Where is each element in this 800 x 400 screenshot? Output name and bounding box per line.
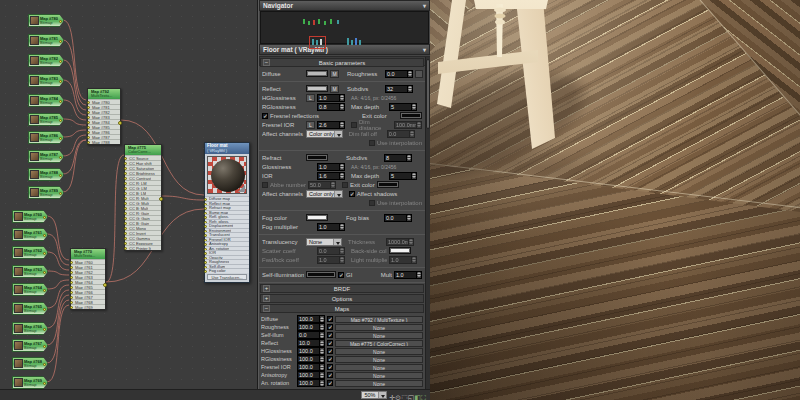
output-socket[interactable] bbox=[43, 271, 46, 274]
map-amount-spinner[interactable]: 100.0 bbox=[297, 371, 325, 379]
refract-exit-color-checkbox[interactable] bbox=[342, 182, 348, 188]
output-socket[interactable] bbox=[59, 137, 62, 140]
dropdown-arrow-icon[interactable]: ▾ bbox=[423, 46, 426, 53]
reflect-use-interpolation-checkbox[interactable] bbox=[369, 140, 375, 146]
bitmap-node[interactable]: Map #767Bitmap bbox=[12, 339, 48, 352]
map-amount-spinner[interactable]: 100.0 bbox=[297, 315, 325, 323]
selfillum-mult-spinner[interactable]: 1.0 bbox=[394, 271, 422, 279]
output-socket[interactable] bbox=[43, 216, 46, 219]
scatter-coeff-spinner[interactable]: 0.0 bbox=[317, 247, 345, 255]
hglossiness-lock-button[interactable]: L bbox=[306, 94, 315, 102]
output-socket[interactable] bbox=[103, 283, 107, 287]
bitmap-node[interactable]: Map #768Bitmap bbox=[12, 357, 48, 370]
map-slot-button[interactable]: None bbox=[335, 332, 423, 339]
selfillum-gi-checkbox[interactable]: ✓ bbox=[338, 272, 344, 278]
map-hub-node[interactable]: Map #792 MultiTextu... Map #780Map #781M… bbox=[87, 88, 121, 145]
bitmap-node[interactable]: Map #760Bitmap bbox=[12, 210, 48, 223]
map-hub-node[interactable]: Map #775 ColorCorre... CC SourceCC Hue s… bbox=[124, 144, 162, 251]
navigator-titlebar[interactable]: Navigator ▾ bbox=[259, 0, 430, 11]
rglossiness-spinner[interactable]: 0.8 bbox=[317, 103, 345, 111]
fog-multiplier-spinner[interactable]: 1.0 bbox=[317, 223, 345, 231]
output-socket[interactable] bbox=[59, 192, 62, 195]
bitmap-node[interactable]: Map #783Bitmap bbox=[28, 74, 64, 87]
map-amount-spinner[interactable]: 100.0 bbox=[297, 363, 325, 371]
map-enable-checkbox[interactable]: ✓ bbox=[327, 372, 333, 378]
roughness-spinner[interactable]: 0.0 bbox=[385, 70, 413, 78]
node-graph-canvas[interactable]: Map #780Bitmap Map #781Bitmap Map #782Bi… bbox=[0, 0, 258, 400]
light-multiplier-spinner[interactable]: 1.0 bbox=[389, 256, 417, 264]
map-enable-checkbox[interactable]: ✓ bbox=[327, 324, 333, 330]
map-slot-button[interactable]: None bbox=[335, 324, 423, 331]
bitmap-node[interactable]: Map #781Bitmap bbox=[28, 34, 64, 47]
dim-falloff-spinner[interactable]: 0.0 bbox=[387, 130, 415, 138]
node-input-row[interactable]: CC Printer lt bbox=[125, 245, 161, 250]
output-socket[interactable] bbox=[43, 234, 46, 237]
fwdbck-coeff-spinner[interactable]: 1.0 bbox=[317, 256, 345, 264]
output-socket[interactable] bbox=[59, 60, 62, 63]
output-socket[interactable] bbox=[43, 345, 46, 348]
affect-channels-dropdown[interactable]: Color only bbox=[306, 130, 343, 138]
dim-distance-checkbox[interactable] bbox=[351, 122, 357, 128]
hub-node-header[interactable]: Map #792 MultiTextu... bbox=[88, 89, 120, 99]
collapse-icon[interactable]: − bbox=[263, 305, 270, 312]
map-enable-checkbox[interactable]: ✓ bbox=[327, 380, 333, 386]
expand-icon[interactable]: + bbox=[263, 285, 270, 292]
output-socket[interactable] bbox=[43, 363, 46, 366]
output-socket[interactable] bbox=[59, 119, 62, 122]
fresnel-ior-spinner[interactable]: 2.6 bbox=[317, 121, 345, 129]
input-socket[interactable] bbox=[87, 141, 90, 144]
node-input-row[interactable]: Map #788 bbox=[88, 139, 120, 144]
hub-node-header[interactable]: Map #775 ColorCorre... bbox=[125, 145, 161, 155]
abbe-number-checkbox[interactable] bbox=[262, 182, 268, 188]
bitmap-node[interactable]: Map #788Bitmap bbox=[28, 168, 64, 181]
expand-icon[interactable]: + bbox=[263, 295, 270, 302]
refract-use-interpolation-checkbox[interactable] bbox=[369, 200, 375, 206]
map-enable-checkbox[interactable]: ✓ bbox=[327, 364, 333, 370]
refract-glossiness-spinner[interactable]: 1.0 bbox=[317, 163, 345, 171]
map-hub-node[interactable]: Map #770 MultiTextu... Map #760Map #761M… bbox=[70, 248, 106, 310]
rollout-basic-parameters[interactable]: − Basic parameters bbox=[260, 58, 424, 67]
bitmap-node[interactable]: Map #780Bitmap bbox=[28, 14, 64, 27]
refract-affect-channels-dropdown[interactable]: Color only bbox=[306, 190, 343, 198]
output-socket[interactable] bbox=[43, 382, 46, 385]
map-slot-button[interactable]: None bbox=[335, 364, 423, 371]
output-socket[interactable] bbox=[118, 121, 122, 125]
abbe-number-spinner[interactable]: 50.0 bbox=[308, 181, 336, 189]
map-amount-spinner[interactable]: 100.0 bbox=[297, 355, 325, 363]
fresnel-ior-lock-button[interactable]: L bbox=[306, 121, 315, 129]
output-socket[interactable] bbox=[43, 308, 46, 311]
roughness-extra-button[interactable] bbox=[415, 70, 423, 78]
collapse-icon[interactable]: − bbox=[263, 59, 270, 66]
map-enable-checkbox[interactable]: ✓ bbox=[327, 316, 333, 322]
navigator-minimap[interactable] bbox=[260, 11, 429, 44]
dropdown-arrow-icon[interactable]: ▾ bbox=[423, 2, 426, 9]
selfillum-color-swatch[interactable] bbox=[306, 271, 336, 278]
bitmap-node[interactable]: Map #787Bitmap bbox=[28, 150, 64, 163]
reflect-color-swatch[interactable] bbox=[306, 85, 328, 92]
rollout-maps[interactable]: − Maps bbox=[260, 304, 424, 313]
bitmap-node[interactable]: Map #764Bitmap bbox=[12, 283, 48, 296]
statusbar-icon[interactable]: ⬚ bbox=[401, 394, 408, 400]
rollout-options[interactable]: + Options bbox=[260, 294, 424, 303]
fog-color-swatch[interactable] bbox=[306, 214, 328, 221]
map-slot-button[interactable]: Map #775 ( ColorCorrect ) bbox=[335, 340, 423, 347]
bitmap-node[interactable]: Map #769Bitmap bbox=[12, 376, 48, 389]
map-slot-button[interactable]: None bbox=[335, 356, 423, 363]
map-amount-spinner[interactable]: 100.0 bbox=[297, 379, 325, 387]
refract-max-depth-spinner[interactable]: 5 bbox=[389, 172, 417, 180]
bitmap-node[interactable]: Map #785Bitmap bbox=[28, 113, 64, 126]
rollout-brdf[interactable]: + BRDF bbox=[260, 284, 424, 293]
backside-color-swatch[interactable] bbox=[389, 247, 411, 254]
output-socket[interactable] bbox=[59, 100, 62, 103]
dim-distance-spinner[interactable]: 100.0mm bbox=[394, 121, 422, 129]
map-amount-spinner[interactable]: 100.0 bbox=[297, 347, 325, 355]
bitmap-node[interactable]: Map #782Bitmap bbox=[28, 54, 64, 67]
refract-color-swatch[interactable] bbox=[306, 154, 328, 161]
translucency-dropdown[interactable]: None bbox=[306, 238, 342, 246]
ior-spinner[interactable]: 1.6 bbox=[317, 172, 345, 180]
bitmap-node[interactable]: Map #762Bitmap bbox=[12, 246, 48, 259]
output-socket[interactable] bbox=[43, 328, 46, 331]
output-socket[interactable] bbox=[59, 80, 62, 83]
material-titlebar[interactable]: Floor mat ( VRayMtl ) ▾ bbox=[259, 44, 430, 55]
map-slot-button[interactable]: Map #792 ( MultiTexture ) bbox=[335, 316, 423, 323]
